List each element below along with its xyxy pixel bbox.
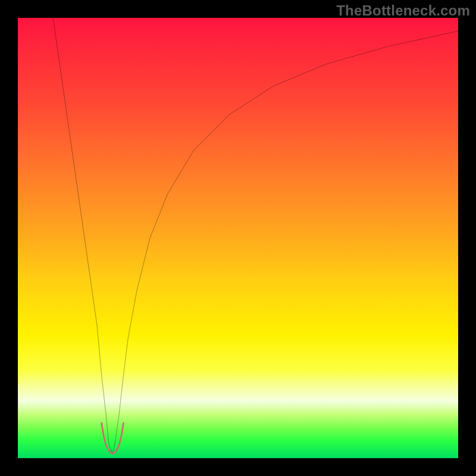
chart-frame: TheBottleneck.com [0, 0, 476, 476]
marker-layer [18, 18, 458, 458]
u-marker [102, 423, 124, 454]
plot-area [18, 18, 458, 458]
watermark-text: TheBottleneck.com [336, 2, 470, 19]
